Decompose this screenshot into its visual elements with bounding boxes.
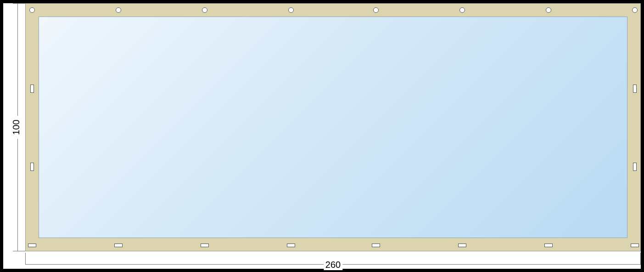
grommet-icon <box>632 7 638 13</box>
diagram-frame: 100 260 <box>3 3 641 269</box>
grommet-icon <box>373 7 379 13</box>
slot-icon <box>114 244 123 247</box>
tarp-border <box>25 3 641 251</box>
dimension-horizontal: 260 <box>25 251 641 269</box>
grommet-icon <box>116 7 121 13</box>
slot-icon <box>544 244 553 247</box>
tarp-panel <box>39 17 627 238</box>
slot-icon <box>458 244 466 247</box>
slot-icon <box>28 244 36 247</box>
grommet-icon <box>459 7 465 13</box>
slot-icon <box>631 244 639 247</box>
dimension-height-label: 100 <box>11 119 22 135</box>
grommet-icon <box>546 7 551 13</box>
grommet-icon <box>288 7 294 13</box>
dimension-width-label: 260 <box>324 260 342 270</box>
slot-icon <box>287 244 295 247</box>
grommet-icon <box>202 7 207 13</box>
slot-icon <box>633 85 637 93</box>
slot-icon <box>30 85 34 93</box>
slot-icon <box>372 244 380 247</box>
slot-icon <box>201 244 209 247</box>
dimension-vertical: 100 <box>3 3 25 251</box>
slot-icon <box>30 163 34 171</box>
grommet-icon <box>29 7 35 13</box>
slot-icon <box>633 163 637 171</box>
